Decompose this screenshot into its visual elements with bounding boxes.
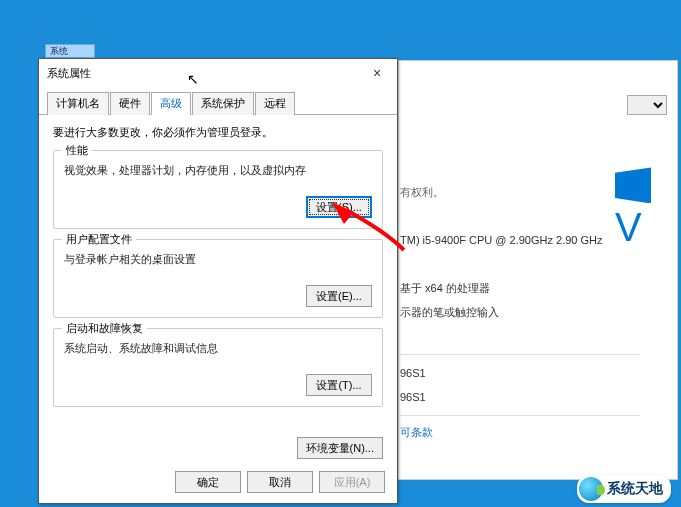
admin-note: 要进行大多数更改，你必须作为管理员登录。 [53, 125, 383, 140]
cpu-line: TM) i5-9400F CPU @ 2.90GHz 2.90 GHz [400, 228, 640, 252]
user-profiles-title: 用户配置文件 [62, 232, 136, 247]
startup-settings-button[interactable]: 设置(T)... [306, 374, 372, 396]
dialog-tabs: 计算机名 硬件 高级 系统保护 远程 [39, 91, 397, 115]
user-profiles-group: 用户配置文件 与登录帐户相关的桌面设置 设置(E)... [53, 239, 383, 318]
user-profiles-settings-button[interactable]: 设置(E)... [306, 285, 372, 307]
explorer-tab: 系统 [45, 44, 95, 58]
tab-hardware[interactable]: 硬件 [110, 92, 150, 115]
rights-text: 有权利。 [400, 180, 640, 204]
performance-settings-button[interactable]: 设置(S)... [306, 196, 372, 218]
tab-computer-name[interactable]: 计算机名 [47, 92, 109, 115]
apply-button[interactable]: 应用(A) [319, 471, 385, 493]
watermark-text: 系统天地 [607, 480, 663, 498]
id-line-1: 96S1 [400, 361, 640, 385]
terms-link[interactable]: 可条款 [400, 425, 433, 440]
startup-recovery-title: 启动和故障恢复 [62, 321, 147, 336]
tab-remote[interactable]: 远程 [255, 92, 295, 115]
dialog-titlebar: 系统属性 × ↖ [39, 59, 397, 87]
environment-variables-button[interactable]: 环境变量(N)... [297, 437, 383, 459]
ok-button[interactable]: 确定 [175, 471, 241, 493]
bg-dropdown[interactable] [627, 95, 667, 115]
startup-recovery-group: 启动和故障恢复 系统启动、系统故障和调试信息 设置(T)... [53, 328, 383, 407]
system-info-text: 有权利。 TM) i5-9400F CPU @ 2.90GHz 2.90 GHz… [400, 180, 640, 422]
arch-line: 基于 x64 的处理器 [400, 276, 640, 300]
pen-line: 示器的笔或触控输入 [400, 300, 640, 324]
tab-advanced[interactable]: 高级 [151, 92, 191, 115]
watermark-globe-icon [579, 477, 603, 501]
cursor-icon: ↖ [187, 71, 199, 87]
watermark-badge: 系统天地 [577, 475, 671, 503]
tab-system-protection[interactable]: 系统保护 [192, 92, 254, 115]
performance-title: 性能 [62, 143, 92, 158]
dialog-button-bar: 确定 取消 应用(A) [175, 471, 385, 493]
id-line-2: 96S1 [400, 385, 640, 409]
performance-desc: 视觉效果，处理器计划，内存使用，以及虚拟内存 [64, 163, 372, 178]
system-properties-dialog: 系统属性 × ↖ 计算机名 硬件 高级 系统保护 远程 要进行大多数更改，你必须… [38, 58, 398, 504]
performance-group: 性能 视觉效果，处理器计划，内存使用，以及虚拟内存 设置(S)... [53, 150, 383, 229]
cancel-button[interactable]: 取消 [247, 471, 313, 493]
user-profiles-desc: 与登录帐户相关的桌面设置 [64, 252, 372, 267]
dialog-title: 系统属性 [47, 66, 91, 81]
startup-recovery-desc: 系统启动、系统故障和调试信息 [64, 341, 372, 356]
close-icon[interactable]: × [357, 61, 397, 85]
